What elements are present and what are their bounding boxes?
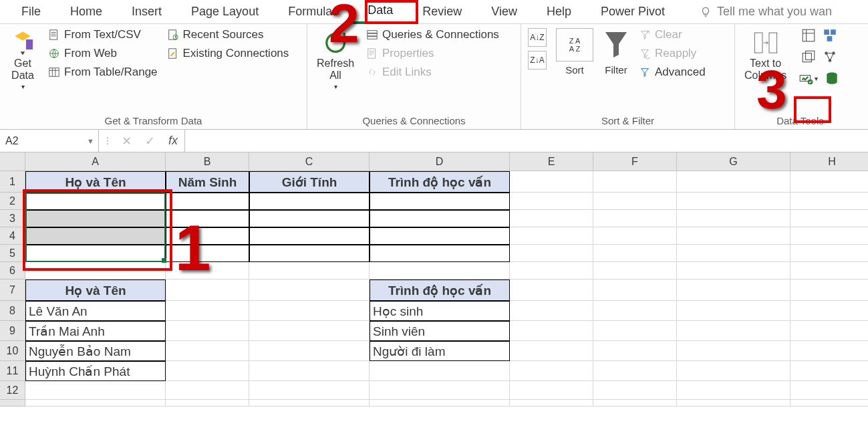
- row-header-4[interactable]: 4: [0, 227, 25, 245]
- cell-A3[interactable]: [25, 210, 166, 227]
- tab-help[interactable]: Help: [532, 1, 586, 23]
- cell-H8[interactable]: [790, 301, 868, 321]
- cell-F1[interactable]: [593, 171, 677, 193]
- cell-B3[interactable]: [166, 210, 249, 227]
- cell-A10[interactable]: Nguyễn Bảo Nam: [25, 341, 166, 361]
- col-header-H[interactable]: H: [790, 152, 868, 171]
- cell-A5[interactable]: [25, 245, 166, 262]
- cell-F4[interactable]: [593, 227, 677, 245]
- remove-duplicates-icon[interactable]: [801, 49, 816, 64]
- existing-connections-button[interactable]: Existing Connections: [167, 47, 289, 60]
- manage-data-model-icon[interactable]: [825, 71, 839, 86]
- formula-input[interactable]: [185, 130, 868, 152]
- tab-insert[interactable]: Insert: [117, 1, 176, 23]
- cell-G10[interactable]: [677, 341, 790, 361]
- cell-D1[interactable]: Trình độ học vấn: [370, 171, 510, 193]
- tab-view[interactable]: View: [476, 1, 532, 23]
- cell-C10[interactable]: [249, 341, 370, 361]
- refresh-all-button[interactable]: Refresh All ▾: [314, 28, 357, 92]
- cell-D11[interactable]: [370, 361, 510, 381]
- cell-H13[interactable]: [790, 400, 868, 407]
- cell-E7[interactable]: [510, 280, 593, 301]
- cell-F9[interactable]: [593, 321, 677, 341]
- cell-E4[interactable]: [510, 227, 593, 245]
- cell-C12[interactable]: [249, 381, 370, 400]
- row-header-7[interactable]: 7: [0, 280, 25, 301]
- cell-F12[interactable]: [593, 381, 677, 400]
- cell-H11[interactable]: [790, 361, 868, 381]
- cell-B2[interactable]: [166, 193, 249, 210]
- tab-formulas[interactable]: Formulas: [273, 1, 353, 23]
- cell-E12[interactable]: [510, 381, 593, 400]
- cell-D13[interactable]: [370, 400, 510, 407]
- sort-big-button[interactable]: Z AA Z Sort: [556, 28, 593, 76]
- cell-G5[interactable]: [677, 245, 790, 262]
- cell-A8[interactable]: Lê Văn An: [25, 301, 166, 321]
- cell-C8[interactable]: [249, 301, 370, 321]
- cell-H6[interactable]: [790, 262, 868, 280]
- row-header-1[interactable]: 1: [0, 171, 25, 193]
- cell-B13[interactable]: [166, 400, 249, 407]
- cell-H4[interactable]: [790, 227, 868, 245]
- from-table-range-button[interactable]: From Table/Range: [48, 66, 158, 79]
- tab-review[interactable]: Review: [408, 1, 476, 23]
- row-header-2[interactable]: 2: [0, 193, 25, 210]
- cell-F8[interactable]: [593, 301, 677, 321]
- cell-B9[interactable]: [166, 321, 249, 341]
- cell-C13[interactable]: [249, 400, 370, 407]
- relationships-icon[interactable]: [823, 49, 837, 64]
- tab-home[interactable]: Home: [55, 1, 117, 23]
- cell-D5[interactable]: [370, 245, 510, 262]
- cell-G4[interactable]: [677, 227, 790, 245]
- cell-D2[interactable]: [370, 193, 510, 210]
- cell-A12[interactable]: [25, 381, 166, 400]
- cell-G12[interactable]: [677, 381, 790, 400]
- cell-C11[interactable]: [249, 361, 370, 381]
- row-header-5[interactable]: 5: [0, 245, 25, 262]
- cell-C9[interactable]: [249, 321, 370, 341]
- tab-power-pivot[interactable]: Power Pivot: [586, 1, 680, 23]
- cell-F2[interactable]: [593, 193, 677, 210]
- cell-A1[interactable]: Họ và Tên: [25, 171, 166, 193]
- advanced-button[interactable]: Advanced: [639, 66, 706, 79]
- cell-B8[interactable]: [166, 301, 249, 321]
- row-header-10[interactable]: 10: [0, 341, 25, 361]
- row-header-extra[interactable]: [0, 400, 25, 407]
- cell-H10[interactable]: [790, 341, 868, 361]
- queries-connections-button[interactable]: Queries & Connections: [366, 28, 499, 41]
- tab-data[interactable]: Data: [353, 0, 408, 24]
- filter-button[interactable]: Filter: [603, 28, 629, 76]
- cell-H9[interactable]: [790, 321, 868, 341]
- cell-D10[interactable]: Người đi làm: [370, 341, 510, 361]
- cell-E3[interactable]: [510, 210, 593, 227]
- col-header-G[interactable]: G: [677, 152, 790, 171]
- cell-B12[interactable]: [166, 381, 249, 400]
- cell-E2[interactable]: [510, 193, 593, 210]
- cell-H3[interactable]: [790, 210, 868, 227]
- cell-A2[interactable]: [25, 193, 166, 210]
- cell-G6[interactable]: [677, 262, 790, 280]
- cell-B1[interactable]: Năm Sinh: [166, 171, 249, 193]
- select-all-corner[interactable]: [0, 152, 25, 171]
- cell-G1[interactable]: [677, 171, 790, 193]
- cell-G8[interactable]: [677, 301, 790, 321]
- row-header-6[interactable]: 6: [0, 262, 25, 280]
- cell-E11[interactable]: [510, 361, 593, 381]
- cell-C5[interactable]: [249, 245, 370, 262]
- cell-D3[interactable]: [370, 210, 510, 227]
- cell-F11[interactable]: [593, 361, 677, 381]
- sort-desc-button[interactable]: Z↓A: [528, 51, 547, 70]
- cell-C1[interactable]: Giới Tính: [249, 171, 370, 193]
- cell-F6[interactable]: [593, 262, 677, 280]
- cell-C4[interactable]: [249, 227, 370, 245]
- cell-E9[interactable]: [510, 321, 593, 341]
- col-header-F[interactable]: F: [593, 152, 677, 171]
- cell-E1[interactable]: [510, 171, 593, 193]
- row-header-12[interactable]: 12: [0, 381, 25, 400]
- name-box-dropdown-icon[interactable]: ▼: [87, 137, 94, 145]
- cell-G2[interactable]: [677, 193, 790, 210]
- cell-A13[interactable]: [25, 400, 166, 407]
- tab-page-layout[interactable]: Page Layout: [176, 1, 273, 23]
- cell-D4[interactable]: [370, 227, 510, 245]
- cell-C2[interactable]: [249, 193, 370, 210]
